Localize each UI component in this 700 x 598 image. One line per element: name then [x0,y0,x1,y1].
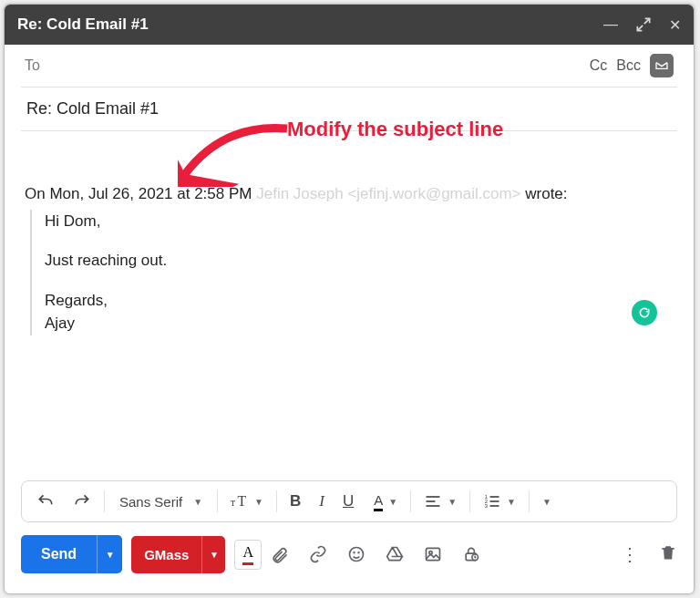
svg-text:T: T [238,493,247,509]
attach-file-icon[interactable] [271,545,289,563]
bold-label: B [290,492,301,510]
grammarly-icon[interactable] [632,300,657,325]
quoted-line: Hi Dom, [45,210,674,233]
quoted-date: On Mon, Jul 26, 2021 at 2:58 PM [25,185,256,202]
confidential-mode-icon[interactable] [462,545,480,563]
bold-button[interactable]: B [283,481,308,521]
formatting-options-button[interactable]: A [234,540,262,570]
redo-button[interactable] [66,481,98,521]
chevron-down-icon: ▼ [448,497,457,507]
insert-photo-icon[interactable] [424,545,442,563]
quoted-line: Just reaching out. [45,249,674,273]
quoted-line: Regards, [45,289,674,313]
quoted-sender: Jefin Joseph <jefinj.work@gmail.com> [256,185,520,202]
separator [469,490,470,512]
undo-button[interactable] [29,481,62,521]
send-button[interactable]: Send [21,535,97,573]
minimize-icon[interactable]: — [603,16,618,33]
discard-draft-icon[interactable] [659,543,677,565]
font-family-label: Sans Serif [119,494,182,510]
list-button[interactable]: 123 ▼ [476,481,523,521]
close-icon[interactable]: ✕ [669,16,681,34]
chevron-down-icon: ▼ [542,497,551,507]
underline-label: U [343,492,354,510]
compose-content: To Cc Bcc Modify the subject line [5,45,694,480]
subject-input[interactable] [25,98,674,119]
window-title: Re: Cold Email #1 [17,15,603,34]
chevron-down-icon: ▼ [254,497,263,507]
cc-button[interactable]: Cc [590,57,608,74]
gmass-address-icon[interactable] [650,54,674,77]
chevron-down-icon: ▼ [388,497,397,507]
bottom-right-icons: ⋮ [621,543,677,565]
separator [217,490,218,512]
more-formatting-button[interactable]: ▼ [535,481,559,521]
separator [276,490,277,512]
more-options-icon[interactable]: ⋮ [621,543,639,565]
insert-drive-icon[interactable] [386,545,404,563]
align-button[interactable]: ▼ [417,481,464,521]
italic-label: I [319,492,324,510]
gmass-button[interactable]: GMass [131,536,201,573]
text-color-button[interactable]: A ▼ [365,481,405,521]
separator [529,490,530,512]
title-bar: Re: Cold Email #1 — ✕ [5,5,694,45]
separator [410,490,411,512]
quoted-block: Hi Dom, Just reaching out. Regards, Ajay [30,210,674,335]
chevron-down-icon: ▼ [106,550,115,560]
send-button-group: Send ▼ [21,535,122,573]
send-options-button[interactable]: ▼ [97,535,122,573]
gmass-options-button[interactable]: ▼ [201,536,225,573]
chevron-down-icon: ▼ [210,550,219,560]
text-color-label: A [372,492,385,511]
insert-emoji-icon[interactable] [347,545,365,563]
insert-link-icon[interactable] [309,545,327,563]
message-body[interactable]: On Mon, Jul 26, 2021 at 2:58 PM Jefin Jo… [21,131,677,345]
subject-row [21,88,677,131]
svg-point-11 [350,548,364,562]
svg-text:т: т [231,497,235,509]
insert-icons [271,545,480,563]
svg-point-12 [354,552,355,553]
font-size-button[interactable]: тT ▼ [223,481,271,521]
format-toolbar: Sans Serif ▼ тT ▼ B I U A ▼ ▼ 123 ▼ [21,480,677,522]
bcc-button[interactable]: Bcc [616,57,641,74]
compose-window: Re: Cold Email #1 — ✕ To Cc Bcc [4,4,695,594]
chevron-down-icon: ▼ [507,497,516,507]
quoted-wrote: wrote: [521,185,568,202]
window-controls: — ✕ [603,15,681,34]
svg-rect-14 [427,548,440,560]
italic-button[interactable]: I [312,481,332,521]
underline-button[interactable]: U [335,481,361,521]
bottom-bar: Send ▼ GMass ▼ A [5,522,694,593]
to-row[interactable]: To Cc Bcc [21,45,677,88]
quoted-line: Ajay [45,312,674,335]
chevron-down-icon: ▼ [193,497,202,507]
to-label: To [25,57,40,74]
separator [104,490,105,512]
svg-point-13 [358,552,359,553]
quoted-header: On Mon, Jul 26, 2021 at 2:58 PM Jefin Jo… [25,182,674,206]
svg-text:3: 3 [485,503,488,509]
expand-icon[interactable] [634,15,653,34]
gmass-button-group: GMass ▼ [131,536,225,573]
font-family-select[interactable]: Sans Serif ▼ [110,494,211,510]
